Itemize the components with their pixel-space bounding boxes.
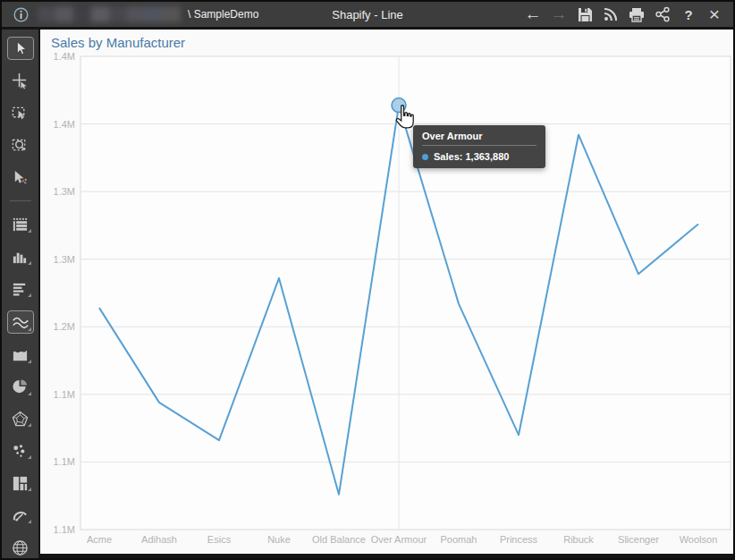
- tooltip: Over Armour Sales: 1,363,880: [413, 125, 545, 168]
- y-tick-label: 1.1M: [54, 456, 75, 467]
- line-chart-plot[interactable]: 1.4M1.4M1.3M1.3M1.2M1.1M1.1M1.1MAcmeAdih…: [40, 30, 733, 554]
- tooltip-value: Sales: 1,363,880: [434, 151, 509, 162]
- pan-pointer-tool[interactable]: [7, 71, 34, 92]
- close-icon[interactable]: ×: [705, 4, 724, 24]
- bar-chart-tool[interactable]: [7, 246, 34, 267]
- highlight-pointer-tool[interactable]: [7, 166, 34, 188]
- select-pointer-tool[interactable]: [7, 37, 34, 60]
- radar-chart-tool[interactable]: [7, 409, 34, 430]
- chart-panel: Sales by Manufacturer 1.4M1.4M1.3M1.3M1.…: [40, 30, 733, 554]
- tooltip-divider: [422, 145, 536, 146]
- share-icon[interactable]: [653, 4, 672, 24]
- y-tick-label: 1.3M: [54, 186, 75, 197]
- gauge-icon: [12, 507, 29, 524]
- y-tick-label: 1.4M: [54, 119, 75, 130]
- pie-chart-icon: [12, 378, 29, 395]
- x-category-label: Nuke: [267, 534, 291, 545]
- globe-chart-tool[interactable]: [7, 537, 34, 558]
- y-tick-label: 1.2M: [54, 321, 75, 332]
- bar-chart-icon: [12, 249, 29, 266]
- crosshair-pointer-icon: [12, 72, 29, 89]
- x-category-label: Acme: [87, 534, 112, 545]
- x-category-label: Over Armour: [371, 534, 427, 545]
- x-category-label: Adihash: [141, 534, 177, 545]
- zoom-marquee-icon: [12, 137, 29, 154]
- x-category-label: Woolson: [680, 534, 718, 545]
- cursor-icon: [13, 40, 29, 56]
- area-chart-tool[interactable]: [7, 344, 34, 366]
- treemap-chart-tool[interactable]: [7, 472, 34, 494]
- pie-chart-tool[interactable]: [7, 377, 34, 398]
- x-category-label: Esics: [207, 534, 232, 545]
- hbar-chart-icon: [12, 281, 29, 298]
- title-bar: \ SampleDemo Shapify - Line ← →: [2, 2, 733, 27]
- area-chart-icon: [12, 346, 29, 363]
- y-tick-label: 1.3M: [54, 254, 75, 265]
- grid-icon: [12, 216, 29, 233]
- zoom-select-tool[interactable]: [7, 135, 34, 157]
- gauge-chart-tool[interactable]: [7, 505, 34, 526]
- marquee-icon: [12, 105, 29, 122]
- save-icon[interactable]: [575, 4, 595, 24]
- info-icon[interactable]: [11, 4, 30, 24]
- breadcrumb: \ SampleDemo: [188, 8, 258, 21]
- x-category-label: Poomah: [441, 534, 477, 545]
- redacted-path: [38, 6, 181, 22]
- help-icon[interactable]: ?: [679, 4, 698, 24]
- marquee-select-tool[interactable]: [7, 103, 34, 124]
- back-icon[interactable]: ←: [523, 4, 543, 24]
- forward-icon[interactable]: →: [549, 4, 569, 24]
- scatter-chart-tool[interactable]: [7, 440, 34, 462]
- series-dot-icon: [422, 154, 428, 160]
- x-category-label: Slicenger: [618, 534, 659, 545]
- line-chart-icon: [12, 314, 30, 330]
- sidebar-divider: [10, 200, 31, 201]
- hbar-chart-tool[interactable]: [7, 278, 34, 300]
- hand-cursor-icon: [393, 104, 417, 131]
- y-tick-label: 1.4M: [54, 51, 75, 62]
- feed-icon[interactable]: [601, 4, 621, 24]
- pointer-dots-icon: [12, 169, 29, 186]
- x-category-label: Ribuck: [563, 534, 594, 545]
- app-window: \ SampleDemo Shapify - Line ← →: [2, 2, 733, 558]
- y-tick-label: 1.1M: [54, 389, 75, 400]
- tool-sidebar: [2, 30, 40, 558]
- tooltip-title: Over Armour: [422, 131, 536, 145]
- scatter-chart-icon: [12, 443, 29, 460]
- globe-icon: [12, 539, 29, 556]
- chart-title: Sales by Manufacturer: [51, 35, 185, 50]
- line-chart-tool[interactable]: [7, 310, 34, 334]
- y-tick-label: 1.1M: [54, 524, 75, 535]
- x-category-label: Old Balance: [312, 534, 366, 545]
- radar-chart-icon: [12, 411, 29, 428]
- grid-view-tool[interactable]: [7, 214, 34, 235]
- x-category-label: Princess: [500, 534, 538, 545]
- treemap-icon: [12, 475, 29, 492]
- print-icon[interactable]: [627, 4, 646, 24]
